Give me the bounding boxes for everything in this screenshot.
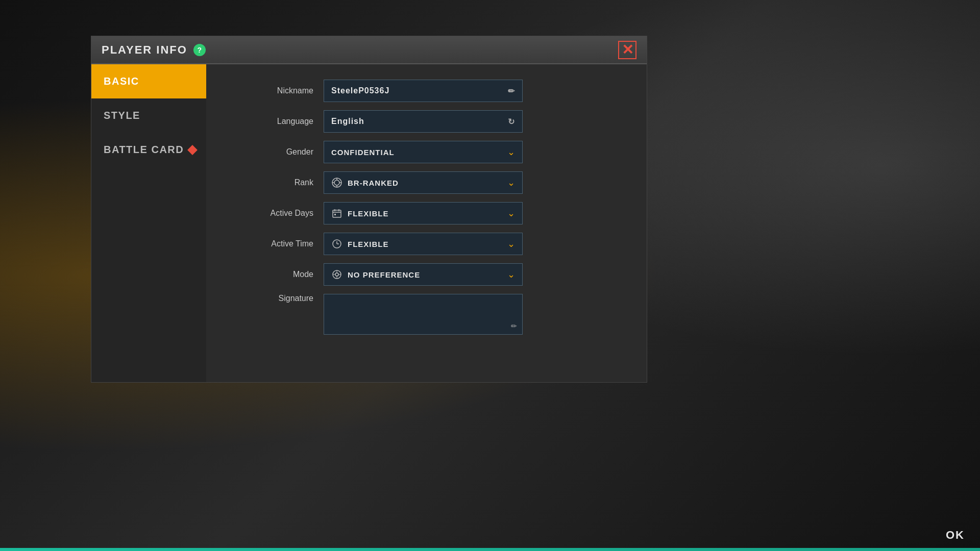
gender-select-left: CONFIDENTIAL <box>331 148 395 157</box>
nickname-row: Nickname SteeleP0536J ✏ <box>237 80 616 102</box>
player-info-modal: PLAYER INFO ? ✕ BASIC STYLE BATTLE CARD <box>91 36 647 383</box>
signature-row: Signature ✏ <box>237 294 616 335</box>
svg-point-1 <box>334 180 339 185</box>
rank-row: Rank BR-RANKED ⌄ <box>237 171 616 194</box>
gender-value: CONFIDENTIAL <box>331 148 395 157</box>
gender-label: Gender <box>237 147 313 157</box>
svg-rect-2 <box>333 210 341 217</box>
close-button[interactable]: ✕ <box>618 41 636 59</box>
language-label: Language <box>237 117 313 126</box>
mode-chevron-icon: ⌄ <box>507 269 515 280</box>
sidebar-item-style[interactable]: STYLE <box>91 98 206 133</box>
language-row: Language English ↻ <box>237 110 616 133</box>
signature-edit-icon: ✏ <box>511 322 517 330</box>
nickname-label: Nickname <box>237 86 313 95</box>
gender-select[interactable]: CONFIDENTIAL ⌄ <box>324 141 523 163</box>
active-time-label: Active Time <box>237 239 313 248</box>
sidebar-item-battle-card[interactable]: BATTLE CARD <box>91 133 206 167</box>
bottom-progress-bar <box>0 548 980 551</box>
svg-point-11 <box>335 273 338 276</box>
modal-container: PLAYER INFO ? ✕ BASIC STYLE BATTLE CARD <box>91 36 647 383</box>
active-time-select[interactable]: FLEXIBLE ⌄ <box>324 233 523 255</box>
nickname-value: SteeleP0536J <box>331 86 508 95</box>
sidebar: BASIC STYLE BATTLE CARD <box>91 64 206 382</box>
rank-label: Rank <box>237 178 313 187</box>
language-value: English <box>331 117 508 126</box>
active-time-value: FLEXIBLE <box>348 240 389 248</box>
nickname-input[interactable]: SteeleP0536J ✏ <box>324 80 523 102</box>
active-time-chevron-icon: ⌄ <box>507 238 515 249</box>
active-days-chevron-icon: ⌄ <box>507 208 515 219</box>
active-time-select-left: FLEXIBLE <box>331 238 389 249</box>
sidebar-item-basic[interactable]: BASIC <box>91 64 206 98</box>
signature-label: Signature <box>237 294 313 303</box>
mode-row: Mode <box>237 263 616 286</box>
clock-icon <box>331 238 342 249</box>
active-days-row: Active Days <box>237 202 616 224</box>
language-input[interactable]: English ↻ <box>324 110 523 133</box>
active-days-select-left: FLEXIBLE <box>331 208 389 219</box>
calendar-icon <box>331 208 342 219</box>
active-days-select[interactable]: FLEXIBLE ⌄ <box>324 202 523 224</box>
modal-body: BASIC STYLE BATTLE CARD Nickname SteeleP… <box>91 64 647 382</box>
ok-button[interactable]: OK <box>946 529 965 542</box>
svg-rect-6 <box>334 214 336 215</box>
gender-chevron-icon: ⌄ <box>507 146 515 158</box>
edit-icon: ✏ <box>508 86 515 96</box>
mode-select[interactable]: NO PREFERENCE ⌄ <box>324 263 523 286</box>
active-time-row: Active Time FLEXIBLE <box>237 233 616 255</box>
content-area: Nickname SteeleP0536J ✏ Language English… <box>206 64 647 382</box>
mode-icon <box>331 269 342 280</box>
rank-value: BR-RANKED <box>348 179 399 187</box>
rank-select[interactable]: BR-RANKED ⌄ <box>324 171 523 194</box>
header-left: PLAYER INFO ? <box>102 43 206 57</box>
mode-value: NO PREFERENCE <box>348 270 420 279</box>
gender-row: Gender CONFIDENTIAL ⌄ <box>237 141 616 163</box>
help-icon[interactable]: ? <box>193 44 206 56</box>
rank-select-left: BR-RANKED <box>331 177 399 188</box>
mode-label: Mode <box>237 270 313 279</box>
active-days-label: Active Days <box>237 209 313 218</box>
notification-dot <box>187 145 198 155</box>
mode-select-left: NO PREFERENCE <box>331 269 420 280</box>
active-days-value: FLEXIBLE <box>348 209 389 218</box>
refresh-icon: ↻ <box>508 117 515 127</box>
modal-title: PLAYER INFO <box>102 43 187 57</box>
signature-textarea[interactable]: ✏ <box>324 294 523 335</box>
modal-header: PLAYER INFO ? ✕ <box>91 36 647 64</box>
rank-chevron-icon: ⌄ <box>507 177 515 188</box>
rank-icon <box>331 177 342 188</box>
